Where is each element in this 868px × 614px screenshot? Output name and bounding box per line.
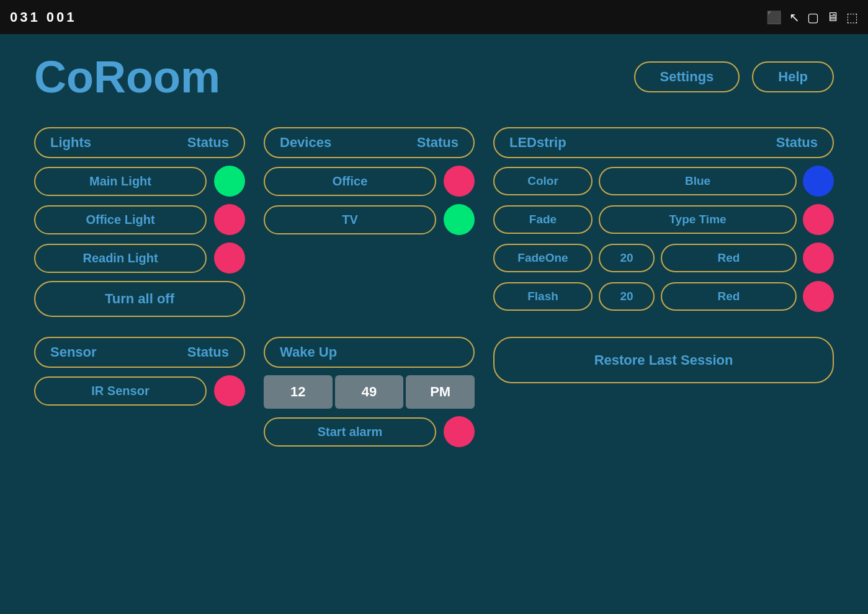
- office-device-label[interactable]: Office: [264, 167, 436, 196]
- led-color-dot: [803, 166, 834, 197]
- office-light-row: Office Light: [34, 204, 245, 235]
- window-icon[interactable]: ▢: [807, 10, 819, 25]
- led-fade-dot: [803, 204, 834, 235]
- sensor-header: Sensor Status: [34, 337, 245, 368]
- wakeup-header: Wake Up: [264, 337, 475, 368]
- ledstrip-header-left: LEDstrip: [509, 135, 566, 151]
- tv-device-row: TV: [264, 204, 475, 235]
- led-flash-num[interactable]: 20: [599, 282, 655, 311]
- lights-header: Lights Status: [34, 127, 245, 158]
- led-fadeone-row: FadeOne 20 Red: [493, 242, 834, 274]
- ir-sensor-dot: [214, 375, 245, 406]
- led-fadeone-dot: [803, 242, 834, 274]
- restore-session-button[interactable]: Restore Last Session: [493, 337, 834, 383]
- wakeup-panel: Wake Up 12 49 PM Start alarm: [264, 337, 475, 447]
- office-light-dot: [214, 204, 245, 235]
- sensor-header-right: Status: [187, 344, 229, 360]
- led-fadeone-num[interactable]: 20: [599, 244, 655, 272]
- start-alarm-button[interactable]: Start alarm: [264, 417, 436, 447]
- alarm-status-dot: [444, 416, 475, 447]
- wakeup-ampm[interactable]: PM: [406, 375, 475, 409]
- top-bar-numbers: 031 001: [10, 9, 77, 25]
- wakeup-time-row: 12 49 PM: [264, 375, 475, 409]
- top-bar-icons: ⬛ ↖ ▢ 🖥 ⬚: [766, 10, 858, 25]
- readin-light-label[interactable]: Readin Light: [34, 244, 207, 273]
- devices-header: Devices Status: [264, 127, 475, 158]
- led-color-value[interactable]: Blue: [599, 167, 797, 195]
- turn-all-off-button[interactable]: Turn all off: [34, 281, 245, 317]
- ir-sensor-row: IR Sensor: [34, 375, 245, 406]
- office-device-row: Office: [264, 166, 475, 197]
- led-fadeone-color[interactable]: Red: [661, 244, 797, 272]
- wakeup-minute[interactable]: 49: [335, 375, 404, 409]
- led-fadeone-label[interactable]: FadeOne: [493, 244, 593, 272]
- wakeup-title: Wake Up: [280, 344, 337, 360]
- ledstrip-panel: LEDstrip Status Color Blue Fade Type Tim…: [493, 127, 834, 312]
- led-fade-value[interactable]: Type Time: [599, 205, 797, 234]
- lights-header-left: Lights: [50, 135, 91, 151]
- lights-header-right: Status: [187, 135, 229, 151]
- led-fade-label[interactable]: Fade: [493, 205, 593, 234]
- devices-header-left: Devices: [280, 135, 331, 151]
- led-color-row: Color Blue: [493, 166, 834, 197]
- help-button[interactable]: Help: [752, 61, 834, 92]
- wakeup-hour[interactable]: 12: [264, 375, 333, 409]
- top-bar: 031 001 ⬛ ↖ ▢ 🖥 ⬚: [0, 0, 868, 34]
- restore-panel: Restore Last Session: [493, 337, 834, 383]
- header: CoRoom Settings Help: [0, 34, 868, 115]
- main-light-row: Main Light: [34, 166, 245, 197]
- tv-device-dot: [444, 204, 475, 235]
- display-icon[interactable]: ⬚: [846, 10, 858, 25]
- led-flash-row: Flash 20 Red: [493, 281, 834, 312]
- main-light-label[interactable]: Main Light: [34, 167, 207, 196]
- main-light-dot: [214, 166, 245, 197]
- led-color-label[interactable]: Color: [493, 167, 593, 195]
- led-fade-row: Fade Type Time: [493, 204, 834, 235]
- main-content: Lights Status Main Light Office Light Re…: [0, 115, 868, 460]
- devices-panel: Devices Status Office TV: [264, 127, 475, 235]
- ledstrip-header: LEDstrip Status: [493, 127, 834, 158]
- sensor-panel: Sensor Status IR Sensor: [34, 337, 245, 406]
- settings-button[interactable]: Settings: [634, 61, 740, 92]
- monitor-icon[interactable]: 🖥: [826, 10, 839, 24]
- bottom-panels: Sensor Status IR Sensor Wake Up 12 49 PM…: [34, 337, 834, 447]
- wakeup-bottom: Start alarm: [264, 416, 475, 447]
- readin-light-row: Readin Light: [34, 242, 245, 274]
- cursor-icon[interactable]: ↖: [789, 10, 800, 25]
- top-panels: Lights Status Main Light Office Light Re…: [34, 127, 834, 317]
- tv-device-label[interactable]: TV: [264, 205, 436, 234]
- led-flash-label[interactable]: Flash: [493, 282, 593, 311]
- sensor-header-left: Sensor: [50, 344, 97, 360]
- export-icon[interactable]: ⬛: [766, 10, 782, 25]
- devices-header-right: Status: [417, 135, 459, 151]
- office-light-label[interactable]: Office Light: [34, 205, 207, 234]
- led-flash-dot: [803, 281, 834, 312]
- app-title: CoRoom: [34, 51, 220, 102]
- ledstrip-header-right: Status: [776, 135, 818, 151]
- header-buttons: Settings Help: [634, 61, 834, 92]
- office-device-dot: [444, 166, 475, 197]
- readin-light-dot: [214, 242, 245, 274]
- lights-panel: Lights Status Main Light Office Light Re…: [34, 127, 245, 317]
- led-flash-color[interactable]: Red: [661, 282, 797, 311]
- ir-sensor-label[interactable]: IR Sensor: [34, 376, 207, 406]
